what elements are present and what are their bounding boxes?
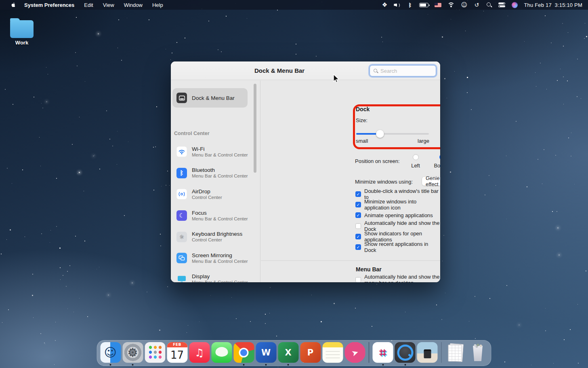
siri-icon[interactable] [511, 1, 518, 8]
dock-item-documents[interactable] [445, 342, 466, 366]
search-field[interactable] [370, 65, 436, 76]
dock-item-slack[interactable] [372, 342, 393, 366]
menu-item-view[interactable]: View [98, 2, 119, 8]
star [46, 67, 46, 68]
dock-item-finder[interactable] [100, 342, 121, 366]
dock-item-powerpoint[interactable]: P [300, 342, 321, 366]
sidebar-item-dock-menu-bar[interactable]: Dock & Menu Bar [172, 88, 248, 108]
checkbox-icon[interactable] [355, 223, 361, 229]
radio-icon[interactable] [439, 154, 441, 160]
position-radio-bottom[interactable]: Bottom [428, 154, 440, 169]
dock-item-calendar[interactable]: FEB17 [167, 342, 188, 366]
app-letter-glyph: X [285, 348, 291, 357]
star [559, 254, 560, 256]
checkbox-icon[interactable] [355, 277, 361, 282]
sidebar-item-wi-fi[interactable]: Wi-FiMenu Bar & Control Center [171, 141, 260, 163]
spotlight-icon[interactable] [486, 1, 492, 8]
titlebar-action-row[interactable]: Double-click a window's title bar to [355, 190, 440, 198]
menu-bar-option-automatically-hide-and-show-the-menu-bar[interactable]: Automatically hide and show the menu bar… [355, 276, 440, 282]
control-center-icon[interactable] [498, 1, 505, 8]
finder-icon [100, 342, 121, 363]
dock-item-trash[interactable] [467, 342, 488, 366]
dock-item-excel[interactable]: X [278, 342, 299, 366]
checkbox-icon[interactable] [355, 202, 361, 207]
menu-item-help[interactable]: Help [147, 2, 168, 8]
star [63, 275, 63, 276]
apple-menu-icon[interactable] [7, 2, 19, 8]
position-radio-left[interactable]: Left [401, 154, 430, 169]
star [60, 267, 61, 268]
sidebar-item-label: Keyboard Brightness [192, 231, 242, 237]
dock-item-minimized-window[interactable] [417, 342, 438, 366]
bluetooth-icon[interactable]: ᛒ [407, 1, 413, 8]
volume-icon[interactable] [394, 1, 401, 8]
time-machine-icon[interactable]: ↺ [473, 1, 480, 8]
star [553, 363, 554, 364]
dock-option-automatically-hide-and-show-the-dock[interactable]: Automatically hide and show the Dock [355, 222, 440, 230]
keyboard-flag-icon[interactable] [435, 1, 441, 8]
dock-option-show-recent-applications-in-dock[interactable]: Show recent applications in Dock [355, 243, 440, 251]
minimize-effect-dropdown[interactable]: Genie effect ▲▼ [422, 177, 440, 186]
radio-label: Bottom [434, 163, 440, 169]
dock-item-messages[interactable] [211, 342, 232, 366]
sidebar-item-bluetooth[interactable]: ᛒBluetoothMenu Bar & Control Center [171, 163, 260, 184]
sidebar-item-sublabel: Menu Bar & Control Center [192, 280, 248, 282]
star [6, 239, 7, 240]
dock-item-skitch[interactable] [344, 342, 365, 366]
calendar-icon: FEB17 [167, 342, 187, 363]
wifi-icon[interactable] [447, 1, 455, 8]
sidebar-item-airdrop[interactable]: AirDropControl Center [171, 184, 260, 205]
menu-item-window[interactable]: Window [119, 2, 147, 8]
checkbox-icon[interactable] [355, 244, 361, 250]
sidebar-item-keyboard-brightness[interactable]: ☼Keyboard BrightnessControl Center [171, 226, 260, 247]
checkbox-icon[interactable] [355, 212, 361, 218]
dock: FEB17♫WXP [97, 340, 491, 366]
dock-option-show-indicators-for-open-applications[interactable]: Show indicators for open applications [355, 233, 440, 241]
star [496, 185, 496, 186]
star [475, 296, 475, 297]
radio-icon[interactable] [413, 154, 419, 160]
sidebar-scrollbar[interactable] [254, 84, 256, 173]
star [557, 227, 559, 228]
menu-bar-clock[interactable]: Thu Feb 17 3:15:10 PM [524, 2, 582, 8]
dock-item-system-preferences[interactable] [122, 342, 143, 366]
star [199, 321, 200, 322]
star [2, 322, 2, 323]
size-slider-thumb[interactable] [376, 130, 384, 138]
sidebar-item-screen-mirroring[interactable]: Screen MirroringMenu Bar & Control Cente… [171, 247, 260, 269]
dock-item-chrome[interactable] [233, 342, 254, 366]
star [451, 19, 451, 19]
star [226, 16, 227, 17]
checkbox-icon[interactable] [355, 234, 361, 239]
dock-item-music[interactable]: ♫ [189, 342, 210, 366]
dock-size-slider[interactable] [356, 130, 429, 138]
sidebar-item-display[interactable]: DisplayMenu Bar & Control Center [171, 269, 260, 282]
star [153, 147, 154, 148]
dock-item-word[interactable]: W [256, 342, 277, 366]
menu-item-edit[interactable]: Edit [79, 2, 98, 8]
battery-icon[interactable] [419, 1, 428, 8]
dock-item-quicktime[interactable] [395, 342, 416, 366]
desktop-folder-work[interactable]: Work [8, 17, 36, 46]
double-click-checkbox[interactable] [355, 191, 361, 197]
star [39, 137, 40, 137]
search-input[interactable] [380, 68, 429, 74]
sidebar-item-label: Bluetooth [192, 167, 248, 173]
dropbox-icon[interactable]: ❖ [381, 1, 388, 8]
active-app-menu[interactable]: System Preferences [19, 2, 79, 8]
skitch-icon [344, 342, 365, 363]
dock-item-launchpad[interactable] [145, 342, 166, 366]
star [535, 72, 536, 73]
star [265, 323, 266, 324]
star [428, 14, 428, 15]
sidebar-item-focus[interactable]: ☾FocusMenu Bar & Control Center [171, 205, 260, 226]
star [188, 325, 188, 326]
size-min-label: small [356, 138, 368, 144]
trash-icon [467, 342, 488, 363]
dock-option-minimize-windows-into-application-icon[interactable]: Minimize windows into application icon [355, 201, 440, 209]
dock-item-notes[interactable] [322, 342, 343, 366]
dock-option-animate-opening-applications[interactable]: Animate opening applications [355, 211, 433, 219]
user-icon[interactable]: ☺ [461, 1, 467, 8]
star [586, 36, 587, 37]
dock-menu-bar-icon [176, 93, 187, 103]
